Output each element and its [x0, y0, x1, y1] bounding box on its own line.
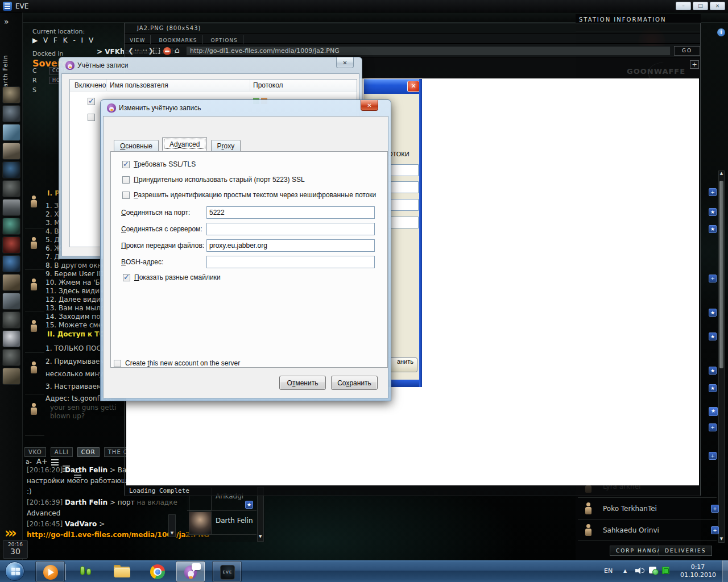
hidden-icons-chevron[interactable]: ▲	[623, 568, 627, 573]
science-industry-icon[interactable]	[2, 293, 20, 310]
chrome-icon	[150, 564, 165, 579]
chat-scroll-down-icon[interactable]: ▼	[168, 514, 176, 537]
cancel-button[interactable]: Отменить	[279, 376, 326, 390]
go-button[interactable]: GO	[674, 46, 700, 56]
pidgin-status-icon[interactable]	[649, 567, 656, 573]
home-icon[interactable]: ⌂	[175, 45, 180, 55]
font-larger-button[interactable]: A+	[36, 457, 48, 465]
create-account-checkbox[interactable]	[114, 360, 121, 367]
save-button[interactable]: Сохранить	[331, 376, 378, 390]
guide-line: 7. Д	[46, 253, 60, 261]
close-icon[interactable]: ✕	[336, 57, 354, 68]
tab-proxy[interactable]: Proxy	[211, 140, 241, 152]
taskbar-pidgin-button[interactable]	[176, 561, 205, 582]
notepad-icon[interactable]	[2, 143, 20, 160]
plaintext-auth-label[interactable]: Разрешить идентификацию простым текстом …	[134, 191, 376, 199]
force-old-ssl-checkbox[interactable]	[122, 176, 130, 184]
guide-line: 2. Х	[46, 210, 59, 218]
taskbar-eve-button[interactable]: EVE	[212, 561, 242, 582]
require-ssl-label[interactable]: Требовать SSL/TLS	[134, 160, 196, 168]
assets-icon[interactable]	[2, 199, 20, 216]
browser-titlebar[interactable]: JA2.PNG (800x543)	[125, 23, 700, 34]
column-protocol[interactable]: Протокол	[253, 81, 283, 89]
require-ssl-checkbox[interactable]	[122, 161, 130, 168]
file-proxy-input[interactable]	[206, 239, 375, 252]
force-old-ssl-label[interactable]: Принудительно использовать старый (порт …	[134, 176, 305, 184]
new-tab-button[interactable]: +	[690, 60, 699, 69]
chat-tab-vko[interactable]: VKO	[24, 447, 46, 457]
chat-member-row[interactable]: Darth Felin	[187, 511, 257, 535]
address-bar[interactable]	[186, 46, 671, 56]
region-label: R	[32, 77, 37, 84]
custom-smileys-label[interactable]: Показать разные смайлики	[134, 273, 221, 281]
close-icon[interactable]: ✕	[361, 100, 378, 111]
author[interactable]: Darth Felin	[65, 498, 107, 506]
stop-icon[interactable]	[163, 47, 171, 55]
column-enabled[interactable]: Включено	[75, 81, 106, 89]
connect-server-input[interactable]	[206, 223, 375, 235]
journal-icon[interactable]	[2, 274, 20, 291]
custom-smileys-checkbox[interactable]	[123, 274, 130, 281]
close-button[interactable]: ×	[710, 2, 725, 10]
character-sheet-icon[interactable]	[2, 86, 20, 103]
selection-icon[interactable]	[153, 48, 160, 54]
column-username[interactable]: Имя пользователя	[110, 81, 168, 89]
chat-link[interactable]: http://go-dl1.eve-files.com/media/1009/j…	[27, 531, 209, 539]
scrollbar-thumb[interactable]	[719, 181, 723, 368]
account-enabled-checkbox[interactable]	[88, 98, 95, 105]
back-forward-icons[interactable]: ❮·· ··❯	[128, 47, 154, 55]
map-icon[interactable]	[2, 161, 20, 178]
show-desktop-button[interactable]	[722, 560, 728, 582]
help-icon[interactable]	[2, 330, 20, 347]
chat-message: Advanced	[27, 509, 60, 517]
taskbar-qip-button[interactable]	[71, 561, 101, 582]
neocom-expand-icon[interactable]: »	[4, 17, 9, 26]
tab-osnovnye[interactable]: Основные	[114, 140, 159, 152]
guide-line: 3. М	[46, 219, 60, 227]
member-row[interactable]: Sahkaedu Orinvi +	[578, 519, 717, 541]
maximize-button[interactable]: □	[693, 2, 708, 10]
account-enabled-checkbox[interactable]	[88, 114, 95, 121]
neocom-alert-chevrons-icon[interactable]: ›››	[5, 525, 15, 541]
scroll-down-icon[interactable]: ▼	[718, 537, 725, 541]
items-hangar-icon[interactable]	[2, 368, 20, 385]
font-smaller-button[interactable]: a-	[26, 458, 32, 465]
taskbar-clock[interactable]: 0:17 01.10.2010	[680, 563, 715, 579]
view-mode-icon[interactable]	[51, 459, 59, 465]
start-button[interactable]	[5, 562, 24, 581]
skills-icon[interactable]	[2, 105, 20, 122]
chat-tab-cor[interactable]: COR	[77, 447, 100, 457]
evemail-icon[interactable]	[2, 124, 20, 141]
taskbar-wmp-button[interactable]	[35, 561, 65, 582]
ship-hangar-icon[interactable]	[2, 349, 20, 366]
medals-icon[interactable]	[2, 180, 20, 197]
cargo-icon[interactable]	[2, 311, 20, 329]
tab-advanced[interactable]: Advanced	[162, 137, 207, 151]
volume-icon[interactable]	[635, 567, 644, 575]
chat-tab-alli[interactable]: ALLI	[51, 447, 73, 457]
author[interactable]: VadVaro	[65, 520, 97, 528]
create-account-label[interactable]: Create this new account on the server	[125, 359, 240, 367]
desktop: STATION INFORMATION GOONWAFFE i EVE – □ …	[0, 0, 728, 582]
standing-badge: ★	[245, 501, 253, 509]
scroll-down-icon[interactable]: ▼	[259, 534, 262, 539]
plaintext-auth-checkbox[interactable]	[122, 192, 130, 199]
author[interactable]: Darth Felin	[65, 466, 107, 474]
guide-line: 5. Д	[46, 236, 60, 244]
language-indicator[interactable]: EN	[604, 567, 613, 575]
standings-icon[interactable]	[2, 236, 20, 253]
wallet-icon[interactable]	[2, 218, 20, 235]
bosh-url-input[interactable]	[206, 256, 375, 268]
deliveries-button[interactable]: DELIVERIES	[659, 546, 712, 556]
member-row[interactable]: Poko TerkhanTei +	[578, 498, 717, 519]
taskbar-chrome-button[interactable]	[143, 561, 172, 582]
market-icon[interactable]	[2, 255, 20, 272]
info-icon[interactable]: i	[717, 28, 725, 36]
minimize-button[interactable]: –	[676, 2, 691, 10]
pidgin-icon	[107, 103, 116, 113]
tray-app-icon[interactable]	[662, 567, 669, 574]
connect-port-input[interactable]	[206, 206, 375, 219]
taskbar-explorer-button[interactable]	[107, 561, 136, 582]
scroll-up-icon[interactable]: ▲	[718, 171, 725, 176]
status-text: Loading Complete	[129, 487, 189, 494]
